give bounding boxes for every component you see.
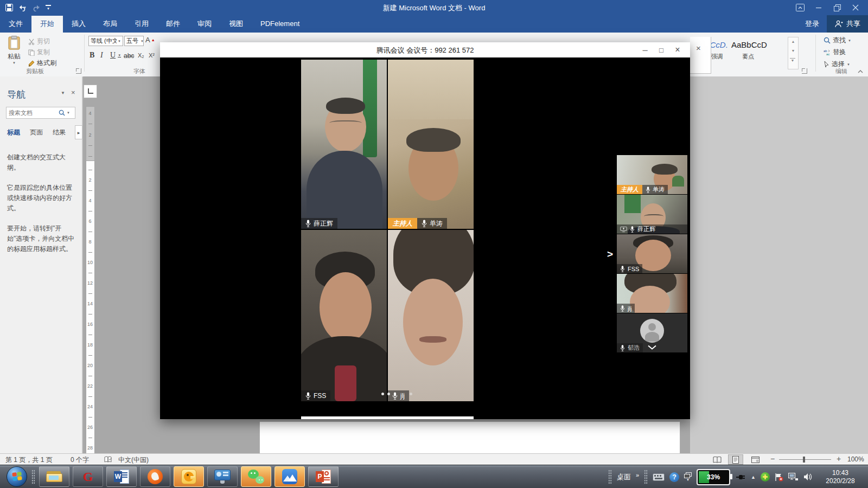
replace-button[interactable]: abac 替换	[824, 48, 846, 57]
search-dropdown-icon[interactable]: ▼	[67, 111, 70, 114]
video-tile-xuezhenghui[interactable]: 薛正辉	[301, 60, 387, 229]
meeting-title-bar[interactable]: 腾讯会议 会议号：992 261 572 ─ □ ×	[160, 42, 690, 57]
nav-tab-headings[interactable]: 标题	[7, 128, 20, 137]
word-close-button[interactable]	[846, 0, 865, 15]
strikethrough-button[interactable]: abc	[124, 52, 134, 60]
format-painter-button[interactable]: 格式刷	[28, 59, 56, 68]
search-input[interactable]	[7, 110, 58, 116]
superscript-button[interactable]: X²	[149, 52, 155, 59]
zoom-percent[interactable]: 100%	[847, 455, 864, 463]
tab-layout[interactable]: 布局	[94, 16, 126, 33]
zoom-slider-thumb[interactable]	[803, 457, 805, 463]
sidebar-tile-xuezhenghui[interactable]: 薛正辉	[617, 195, 687, 234]
video-tile-jlj[interactable]: jlj	[388, 230, 474, 401]
print-layout-button[interactable]	[728, 454, 743, 465]
page-count[interactable]: 第 1 页，共 1 页	[5, 455, 53, 465]
taskbar-app-file-explorer[interactable]	[39, 466, 69, 487]
search-icon[interactable]	[59, 110, 65, 116]
taskbar-app-orange-browser[interactable]	[140, 466, 170, 487]
taskbar-app-wechat[interactable]	[241, 466, 271, 487]
ribbon-display-options-button[interactable]	[791, 0, 809, 15]
vertical-ruler: 42246810121416182022242628	[83, 77, 97, 453]
collapse-sidebar-icon[interactable]	[647, 342, 657, 352]
collapse-ribbon-button[interactable]	[857, 66, 864, 76]
zoom-in-button[interactable]: +	[837, 454, 841, 463]
tab-review[interactable]: 审阅	[189, 16, 220, 33]
nav-tabs-overflow-button[interactable]: ▶	[75, 125, 82, 139]
sidebar-tile-jlj[interactable]: jlj	[617, 274, 687, 313]
help-icon[interactable]: ?	[669, 472, 679, 482]
close-icon[interactable]: ×	[696, 43, 701, 53]
font-size-select[interactable]: 五号▼	[124, 36, 144, 46]
sign-in-button[interactable]: 登录	[797, 19, 827, 29]
toolbar-handle[interactable]	[608, 470, 612, 484]
tab-insert[interactable]: 插入	[63, 16, 94, 33]
video-tile-fss[interactable]: FSS	[301, 230, 387, 401]
sidebar-tile-fss[interactable]: FSS	[617, 234, 687, 273]
sidebar-expand-icon[interactable]: >	[607, 248, 613, 260]
font-name-select[interactable]: 等线 (中文正文▼	[88, 36, 123, 46]
taskbar-clock[interactable]: 10:43 2020/2/28	[817, 469, 864, 485]
bold-button[interactable]: B	[90, 51, 94, 60]
sidebar-tile-shantao[interactable]: 主持人 单涛	[617, 155, 687, 194]
quick-launch-handle[interactable]	[31, 470, 35, 484]
sidebar-tile-yuhao[interactable]: 郁浩	[617, 313, 687, 352]
search-document-box[interactable]: ▼	[6, 107, 75, 119]
desktop-toolbar-label[interactable]: 桌面	[617, 472, 631, 482]
tab-view[interactable]: 视图	[220, 16, 252, 33]
tab-mailings[interactable]: 邮件	[157, 16, 189, 33]
tab-file[interactable]: 文件	[0, 16, 31, 33]
tab-references[interactable]: 引用	[126, 16, 157, 33]
video-tile-shantao[interactable]: 主持人 单涛	[388, 60, 474, 229]
word-minimize-button[interactable]	[809, 0, 828, 15]
toolbar-handle[interactable]	[644, 470, 648, 484]
taskbar-app-blue-mountain[interactable]	[275, 466, 305, 487]
meeting-minimize-button[interactable]: ─	[637, 42, 653, 57]
green-banner	[363, 60, 377, 157]
taskbar-app-powerpoint[interactable]: P	[308, 466, 339, 487]
read-mode-button[interactable]	[710, 454, 725, 465]
clipboard-dialog-launcher[interactable]	[76, 68, 81, 74]
underline-button[interactable]: U▼	[110, 51, 121, 60]
taskbar-app-yellow-meeting[interactable]	[174, 466, 204, 487]
share-button[interactable]: 共享	[827, 15, 868, 33]
styles-gallery-scroll[interactable]: ▲ ▼ ▼	[788, 37, 799, 69]
nav-pane-close-icon[interactable]: ×	[71, 88, 75, 97]
zoom-slider[interactable]	[779, 459, 831, 460]
toolbar-overflow-icon[interactable]: »	[636, 472, 639, 478]
word-restore-button[interactable]	[828, 0, 846, 15]
taskbar-app-red-g[interactable]: G	[73, 466, 103, 487]
subscript-button[interactable]: X₂	[138, 52, 144, 59]
italic-button[interactable]: I	[100, 51, 103, 60]
taskbar-app-word[interactable]: W	[106, 466, 137, 487]
tab-home[interactable]: 开始	[31, 16, 63, 33]
taskbar-app-display-settings[interactable]	[207, 466, 238, 487]
language-status[interactable]: 中文(中国)	[118, 455, 149, 465]
meeting-maximize-button[interactable]: □	[653, 42, 669, 57]
battery-indicator[interactable]: 33%	[697, 469, 730, 485]
network-icon[interactable]	[788, 473, 799, 481]
ruler-text-zone	[86, 160, 95, 454]
find-button[interactable]: 查找▼	[824, 36, 851, 45]
input-method-keyboard-icon[interactable]	[653, 473, 665, 481]
start-button[interactable]	[7, 466, 27, 487]
grow-font-button[interactable]: A▲	[145, 36, 155, 44]
tab-pdfelement[interactable]: PDFelement	[252, 16, 308, 33]
volume-icon[interactable]	[803, 473, 812, 481]
nav-tab-pages[interactable]: 页面	[30, 128, 43, 137]
show-hidden-icons-button[interactable]: ▲	[751, 474, 756, 480]
window-switcher-icon[interactable]: ▼	[684, 472, 692, 481]
paste-button[interactable]: 粘贴 ▼	[4, 35, 24, 69]
nav-pane-dropdown-icon[interactable]: ▼	[61, 91, 65, 95]
zoom-out-button[interactable]: −	[770, 454, 775, 463]
meeting-close-button[interactable]: ×	[669, 42, 686, 57]
document-page[interactable]	[259, 421, 680, 453]
styles-dialog-launcher[interactable]	[802, 68, 807, 74]
web-layout-button[interactable]	[748, 454, 763, 465]
proofing-icon[interactable]	[104, 456, 112, 465]
antivirus-icon[interactable]	[761, 472, 770, 481]
action-center-flag-icon[interactable]	[775, 473, 783, 481]
style-list-paragraph[interactable]: AaBbCcD 要点	[731, 40, 765, 61]
word-count[interactable]: 0 个字	[71, 455, 89, 465]
nav-tab-results[interactable]: 结果	[53, 128, 66, 137]
